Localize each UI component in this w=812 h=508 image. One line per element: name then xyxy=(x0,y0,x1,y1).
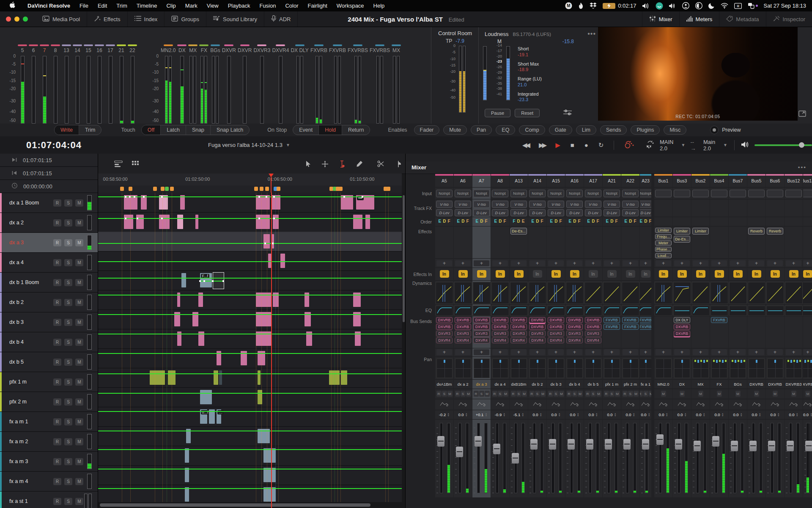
timeline-track-row[interactable] xyxy=(98,290,402,310)
track-fx-d-lev[interactable]: D-Lev xyxy=(529,209,546,216)
bus-send[interactable]: DXVRB xyxy=(674,331,690,337)
input-selector[interactable] xyxy=(692,190,709,197)
track-fx-v-iso[interactable]: V-Iso xyxy=(473,201,490,208)
bus-send[interactable]: DXVR4 xyxy=(436,337,453,343)
on-stop-hold[interactable]: Hold xyxy=(319,125,342,135)
fader-knob[interactable] xyxy=(493,444,500,454)
pan-control[interactable] xyxy=(786,359,802,378)
m-button[interactable]: M xyxy=(754,391,759,397)
effect-plugin[interactable]: Phase... xyxy=(655,247,672,252)
bus-send[interactable]: DXVRB xyxy=(473,317,490,323)
sound-library-button[interactable]: Sound Library xyxy=(206,11,264,27)
timeline-marker[interactable] xyxy=(120,187,124,191)
track-dx-a-1-Boom[interactable]: dx a 1 BoomRSM xyxy=(0,193,98,213)
moon-icon[interactable] xyxy=(708,3,715,9)
audio-clip[interactable] xyxy=(136,215,144,229)
add-effect-button[interactable]: + xyxy=(604,260,620,266)
enable-eq[interactable]: EQ xyxy=(496,125,515,135)
mixer-channel-A22[interactable]: A22NoInptV-IsoD-LevEDF+InFXVRBFXVRB+pfx … xyxy=(621,174,639,497)
eq-graph[interactable] xyxy=(655,306,672,316)
timeline-marker[interactable] xyxy=(254,187,258,191)
add-send-button[interactable]: + xyxy=(623,349,638,355)
fader-knob[interactable] xyxy=(656,434,664,445)
add-effect-button[interactable]: + xyxy=(567,260,582,266)
timeline-track-row[interactable] xyxy=(98,446,402,466)
toggle-icon[interactable] xyxy=(695,2,702,9)
bus-send[interactable]: DXVR4 xyxy=(548,337,564,343)
automation-line[interactable] xyxy=(98,243,402,244)
add-effect-button[interactable]: + xyxy=(492,260,508,266)
order-control[interactable]: EDF xyxy=(457,217,469,224)
automation-mode-icon[interactable] xyxy=(496,399,505,407)
fader-value[interactable]: 0.0▲▼ xyxy=(789,410,798,417)
bus-send[interactable]: DXVRB xyxy=(492,317,508,323)
timeline-horizontal-scrollbar[interactable] xyxy=(98,502,402,508)
eq-graph[interactable] xyxy=(510,306,528,316)
bus-send[interactable]: DXVR3 xyxy=(548,331,564,337)
effect-plugin[interactable]: Limiter xyxy=(692,228,709,235)
automation-mode-icon[interactable] xyxy=(570,399,579,407)
timeline-marker[interactable] xyxy=(161,187,165,191)
automation-line[interactable] xyxy=(98,431,402,431)
add-effect-button[interactable]: + xyxy=(730,260,746,266)
effect-plugin[interactable]: De-Es... xyxy=(674,236,690,243)
menu-file[interactable]: File xyxy=(75,3,93,9)
track-fx-a-m-2[interactable]: fx a m 2RSM xyxy=(0,432,98,452)
fader-value[interactable]: 0.0▲▼ xyxy=(677,410,686,417)
groups-button[interactable]: Groups xyxy=(165,11,206,27)
m-button[interactable]: M xyxy=(791,391,796,397)
audio-clip[interactable] xyxy=(181,273,186,287)
s-button[interactable]: S xyxy=(498,391,503,397)
s-button[interactable]: S xyxy=(591,391,596,397)
eq-graph[interactable] xyxy=(622,306,639,316)
m-button[interactable]: M xyxy=(522,391,527,397)
add-effect-button[interactable]: + xyxy=(640,260,651,266)
automation-keyframe[interactable] xyxy=(343,196,345,198)
effects-in-toggle[interactable]: In xyxy=(715,270,724,278)
track-pfx-1-m[interactable]: pfx 1 mRSM xyxy=(0,372,98,392)
automation-keyframe[interactable] xyxy=(143,196,145,198)
displays-icon[interactable] xyxy=(748,3,758,9)
menu-playback[interactable]: Playback xyxy=(223,3,255,9)
track-fx-a-st-1[interactable]: fx a st 1RSM xyxy=(0,491,98,508)
add-send-button[interactable]: + xyxy=(474,349,489,355)
order-control[interactable]: FDE xyxy=(513,217,524,224)
audio-clip[interactable] xyxy=(185,468,189,482)
m-button[interactable]: M xyxy=(540,391,546,397)
m-button[interactable]: M xyxy=(75,418,83,425)
timeline-selector[interactable]: Fuga verso l'alba 14-10-24 1.3▼ xyxy=(208,142,290,148)
effects-in-toggle[interactable]: In xyxy=(789,270,798,278)
effects-in-toggle[interactable]: In xyxy=(752,270,761,278)
timeline-marker[interactable] xyxy=(277,187,280,191)
add-effect-button[interactable]: + xyxy=(803,260,812,266)
dynamics-graph[interactable] xyxy=(673,282,691,304)
add-send-button[interactable]: + xyxy=(749,349,764,355)
add-send-button[interactable]: + xyxy=(529,349,545,355)
effect-plugin[interactable]: Frequ... xyxy=(655,234,672,239)
timeline-track-row[interactable]: F...f xyxy=(98,271,402,290)
m-button[interactable]: M xyxy=(75,359,83,366)
dynamics-graph[interactable] xyxy=(491,282,509,304)
bus-send[interactable]: DXVR4 xyxy=(510,337,527,343)
track-header-timecode-1[interactable]: 01:07:01:15 xyxy=(0,167,98,180)
enable-misc[interactable]: Misc xyxy=(664,125,686,135)
timeline-marker[interactable] xyxy=(387,187,390,191)
r-button[interactable]: R xyxy=(53,339,61,346)
fader-knob[interactable] xyxy=(712,436,719,447)
track-fx-v-iso[interactable]: V-Iso xyxy=(585,201,601,208)
window-controls[interactable] xyxy=(6,17,28,22)
track-fx-d-lev[interactable]: D-Lev xyxy=(640,209,651,216)
s-button[interactable]: S xyxy=(64,259,72,266)
bus-send[interactable]: DXVRB xyxy=(510,324,527,330)
razor-tool-icon[interactable] xyxy=(393,159,403,169)
stop-icon[interactable]: ■ xyxy=(571,141,574,149)
menu-color[interactable]: Color xyxy=(280,3,303,9)
fader-value[interactable]: 0.0▲▼ xyxy=(714,410,724,417)
pan-control[interactable] xyxy=(623,359,639,378)
bus-send[interactable]: DXVRB xyxy=(529,317,546,323)
fader-value[interactable]: 0.0▲▼ xyxy=(696,410,705,417)
automation-line[interactable] xyxy=(98,411,402,412)
automation-mode-icon[interactable] xyxy=(551,399,561,407)
bus-send[interactable]: DXVRB xyxy=(585,317,601,323)
input-selector[interactable]: NoInpt xyxy=(548,190,564,197)
